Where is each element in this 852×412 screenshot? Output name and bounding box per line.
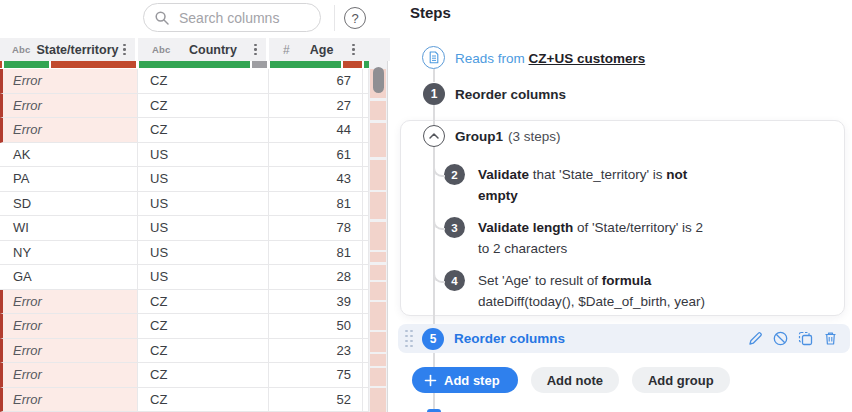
group-substep[interactable]: 4Set 'Age' to result of formuladateDiff(…	[444, 270, 734, 312]
cell-age[interactable]: 39	[269, 290, 363, 315]
cell-country[interactable]: CZ	[138, 314, 269, 339]
group-substep[interactable]: 3Validate length of 'State/territory' is…	[444, 217, 734, 259]
chevron-up-icon	[428, 132, 440, 140]
steps-actions-row: Add step Add note Add group	[412, 367, 730, 393]
cell-country[interactable]: CZ	[138, 339, 269, 364]
column-menu-icon[interactable]	[349, 42, 358, 58]
cell-state[interactable]: GA	[0, 265, 138, 290]
cell-country[interactable]: US	[138, 167, 269, 192]
search-columns-box[interactable]	[143, 3, 321, 32]
table-toolbar: ?	[0, 0, 390, 37]
cell-state[interactable]: SD	[0, 192, 138, 217]
disable-icon[interactable]	[772, 330, 789, 347]
cell-age[interactable]: 81	[269, 241, 363, 266]
collapse-group-button[interactable]	[423, 125, 445, 147]
minimap-error-mark	[370, 101, 386, 120]
group-title[interactable]: Group1(3 steps)	[455, 129, 561, 144]
search-columns-input[interactable]	[177, 9, 310, 27]
step-1-label[interactable]: Reorder columns	[455, 87, 566, 102]
scrollbar-thumb[interactable]	[373, 67, 384, 93]
column-menu-icon[interactable]	[251, 42, 260, 58]
source-step-icon-circle[interactable]	[422, 46, 445, 69]
cell-state[interactable]: AK	[0, 143, 138, 168]
column-header-country[interactable]: Abc Country	[140, 38, 269, 61]
minimap-error-mark	[370, 368, 386, 386]
cell-state[interactable]: Error	[0, 69, 138, 94]
cell-country[interactable]: US	[138, 143, 269, 168]
table-row: AKUS61	[0, 143, 390, 168]
column-quality-bars	[0, 61, 390, 68]
quality-segment-red	[343, 61, 362, 68]
add-note-button[interactable]: Add note	[531, 367, 619, 393]
cell-state[interactable]: WI	[0, 216, 138, 241]
cell-country[interactable]: CZ	[138, 363, 269, 388]
cell-country[interactable]: CZ	[138, 118, 269, 143]
quality-segment-green	[139, 61, 250, 68]
cell-age[interactable]: 61	[269, 143, 363, 168]
cell-age[interactable]: 27	[269, 94, 363, 119]
minimap-error-mark	[370, 282, 386, 300]
delete-icon[interactable]	[822, 330, 839, 347]
cell-state[interactable]: Error	[0, 363, 138, 388]
cell-age[interactable]: 78	[269, 216, 363, 241]
step-number-badge: 2	[444, 164, 465, 185]
step-5-row-selected[interactable]: 5 Reorder columns	[398, 324, 850, 353]
cell-country[interactable]: CZ	[138, 69, 269, 94]
minimap-error-mark	[370, 252, 386, 262]
step-number-badge: 1	[423, 83, 445, 105]
cell-age[interactable]: 44	[269, 118, 363, 143]
step-number-badge: 4	[444, 270, 465, 291]
cell-state[interactable]: Error	[0, 339, 138, 364]
cell-age[interactable]: 81	[269, 192, 363, 217]
cell-state[interactable]: Error	[0, 290, 138, 315]
duplicate-icon[interactable]	[797, 330, 814, 347]
table-row: ErrorCZ23	[0, 339, 390, 364]
table-row: GAUS28	[0, 265, 390, 290]
cell-state[interactable]: PA	[0, 167, 138, 192]
minimap-error-mark	[370, 222, 386, 250]
cell-country[interactable]: US	[138, 216, 269, 241]
cell-age[interactable]: 67	[269, 69, 363, 94]
step-number-badge: 5	[422, 328, 444, 350]
group-substep[interactable]: 2Validate that 'State_territory' is note…	[444, 164, 734, 206]
cell-age[interactable]: 28	[269, 265, 363, 290]
cell-age[interactable]: 50	[269, 314, 363, 339]
drag-handle-icon[interactable]	[405, 330, 413, 348]
table-row: ErrorCZ27	[0, 94, 390, 119]
cell-age[interactable]: 52	[269, 388, 363, 412]
table-row: WIUS78	[0, 216, 390, 241]
add-group-button[interactable]: Add group	[632, 367, 730, 393]
cell-age[interactable]: 75	[269, 363, 363, 388]
error-minimap[interactable]	[369, 61, 388, 412]
cell-country[interactable]: US	[138, 192, 269, 217]
step-number-badge: 3	[444, 217, 465, 238]
column-header-age[interactable]: # Age	[271, 38, 364, 61]
cell-age[interactable]: 23	[269, 339, 363, 364]
source-step-label[interactable]: Reads from CZ+US customers	[455, 51, 645, 66]
help-button[interactable]: ?	[344, 7, 366, 29]
column-name: Age	[294, 43, 350, 57]
column-header-state-territory[interactable]: Abc State/territory	[0, 38, 138, 61]
cell-state[interactable]: Error	[0, 388, 138, 412]
cell-country[interactable]: US	[138, 265, 269, 290]
cell-country[interactable]: CZ	[138, 290, 269, 315]
table-row: PAUS43	[0, 167, 390, 192]
quality-segment-red	[51, 61, 136, 68]
cell-age[interactable]: 43	[269, 167, 363, 192]
cell-state[interactable]: NY	[0, 241, 138, 266]
source-link[interactable]: CZ+US customers	[529, 51, 646, 66]
cell-country[interactable]: US	[138, 241, 269, 266]
add-step-button[interactable]: Add step	[412, 367, 518, 393]
column-menu-icon[interactable]	[120, 42, 129, 58]
step-5-label[interactable]: Reorder columns	[454, 331, 565, 346]
cell-country[interactable]: CZ	[138, 94, 269, 119]
steps-panel-title: Steps	[410, 4, 451, 21]
cell-state[interactable]: Error	[0, 314, 138, 339]
table-header: Abc State/territory Abc Country # Age	[0, 38, 390, 61]
cell-state[interactable]: Error	[0, 118, 138, 143]
column-type-label: Abc	[12, 44, 31, 55]
cell-country[interactable]: CZ	[138, 388, 269, 412]
step-description: Set 'Age' to result of formuladateDiff(t…	[478, 270, 728, 312]
edit-icon[interactable]	[747, 330, 764, 347]
cell-state[interactable]: Error	[0, 94, 138, 119]
